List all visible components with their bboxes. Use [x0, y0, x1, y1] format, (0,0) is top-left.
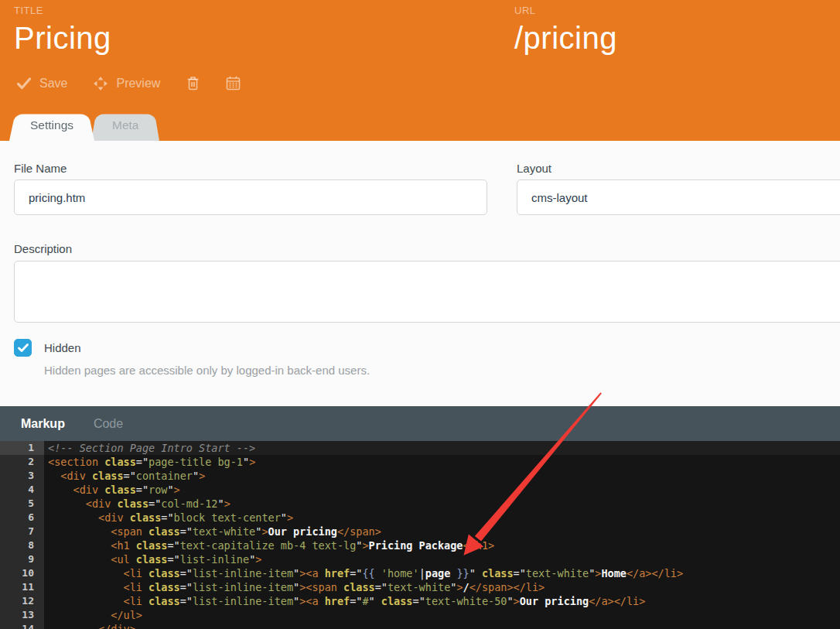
code-line-1[interactable]: 1<!-- Section Page Intro Start -->	[0, 441, 840, 455]
tab-meta-label: Meta	[112, 118, 138, 132]
save-button[interactable]: Save	[17, 77, 67, 91]
tab-meta[interactable]: Meta	[91, 110, 159, 141]
file-name-label: File Name	[14, 162, 67, 175]
page-title[interactable]: Pricing	[14, 21, 111, 55]
title-label: TITLE	[14, 5, 111, 16]
code-line-text: <div class="row">	[44, 483, 180, 497]
title-field: TITLE Pricing	[14, 5, 111, 55]
code-line-text: </div>	[44, 622, 136, 629]
layout-select[interactable]	[517, 179, 840, 215]
code-line-text: <li class="list-inline-item"><a href="{{…	[44, 566, 683, 580]
tab-markup[interactable]: Markup	[21, 417, 65, 431]
line-number: 7	[0, 525, 44, 538]
calendar-button[interactable]	[226, 76, 241, 91]
delete-button[interactable]	[186, 76, 200, 91]
code-line-14[interactable]: 14 </div>	[0, 622, 840, 629]
url-label: URL	[514, 5, 617, 16]
preview-icon	[94, 77, 108, 91]
code-line-5[interactable]: 5 <div class="col-md-12">	[0, 497, 840, 511]
code-line-12[interactable]: 12 <li class="list-inline-item"><a href=…	[0, 594, 840, 608]
editor-toolbar: Markup Code	[0, 406, 840, 441]
file-name-input[interactable]	[14, 179, 487, 215]
hidden-help-text: Hidden pages are accessible only by logg…	[44, 364, 370, 377]
hidden-checkbox[interactable]	[14, 339, 32, 357]
code-line-7[interactable]: 7 <span class="text-white">Our pricing</…	[0, 525, 840, 538]
preview-button[interactable]: Preview	[94, 77, 160, 91]
code-line-13[interactable]: 13 </ul>	[0, 608, 840, 622]
save-button-label: Save	[39, 77, 67, 91]
preview-button-label: Preview	[116, 77, 160, 91]
code-line-text: <div class="col-md-12">	[44, 497, 230, 511]
line-number: 12	[0, 594, 44, 608]
code-line-9[interactable]: 9 <ul class="list-inline">	[0, 552, 840, 566]
code-line-text: <h1 class="text-capitalize mb-4 text-lg"…	[44, 538, 494, 552]
description-label: Description	[14, 242, 72, 255]
code-line-3[interactable]: 3 <div class="container">	[0, 469, 840, 483]
line-number: 8	[0, 538, 44, 552]
layout-label: Layout	[517, 162, 551, 175]
code-line-10[interactable]: 10 <li class="list-inline-item"><a href=…	[0, 566, 840, 580]
tab-settings[interactable]: Settings	[9, 110, 94, 141]
check-icon	[17, 77, 31, 90]
page-header: TITLE Pricing URL /pricing Save Preview	[0, 0, 840, 141]
code-line-text: <!-- Section Page Intro Start -->	[44, 441, 255, 455]
code-line-text: <li class="list-inline-item"><a href="#"…	[44, 594, 645, 608]
code-line-2[interactable]: 2<section class="page-title bg-1">	[0, 455, 840, 469]
header-actions: Save Preview	[17, 76, 241, 91]
line-number: 14	[0, 622, 44, 629]
line-number: 6	[0, 511, 44, 525]
code-editor: Markup Code 1<!-- Section Page Intro Sta…	[0, 406, 840, 629]
line-number: 9	[0, 552, 44, 566]
code-line-11[interactable]: 11 <li class="list-inline-item"><span cl…	[0, 580, 840, 594]
page-url[interactable]: /pricing	[514, 21, 617, 55]
hidden-label[interactable]: Hidden	[44, 341, 81, 354]
line-number: 4	[0, 483, 44, 497]
code-line-text: <div class="container">	[44, 469, 205, 483]
code-line-text: <span class="text-white">Our pricing</sp…	[44, 525, 381, 538]
code-line-text: </ul>	[44, 608, 142, 622]
code-line-text: <ul class="list-inline">	[44, 552, 261, 566]
description-textarea[interactable]	[14, 261, 840, 323]
trash-icon	[186, 76, 200, 91]
line-number: 3	[0, 469, 44, 483]
tab-settings-label: Settings	[30, 118, 73, 132]
tab-code[interactable]: Code	[94, 417, 123, 431]
line-number: 11	[0, 580, 44, 594]
line-number: 2	[0, 455, 44, 469]
code-line-4[interactable]: 4 <div class="row">	[0, 483, 840, 497]
form-tabs: Settings Meta	[9, 110, 159, 141]
checkmark-icon	[18, 344, 29, 353]
line-number: 5	[0, 497, 44, 511]
line-number: 1	[0, 441, 44, 455]
settings-panel: File Name Layout Description Hidden Hidd…	[0, 141, 840, 406]
line-number: 13	[0, 608, 44, 622]
code-line-text: <li class="list-inline-item"><span class…	[44, 580, 545, 594]
code-line-8[interactable]: 8 <h1 class="text-capitalize mb-4 text-l…	[0, 538, 840, 552]
url-field: URL /pricing	[514, 5, 617, 55]
code-line-text: <section class="page-title bg-1">	[44, 455, 255, 469]
code-line-6[interactable]: 6 <div class="block text-center">	[0, 511, 840, 525]
code-line-text: <div class="block text-center">	[44, 511, 293, 525]
line-number: 10	[0, 566, 44, 580]
code-area[interactable]: 1<!-- Section Page Intro Start -->2<sect…	[0, 441, 840, 629]
calendar-icon	[226, 76, 241, 91]
